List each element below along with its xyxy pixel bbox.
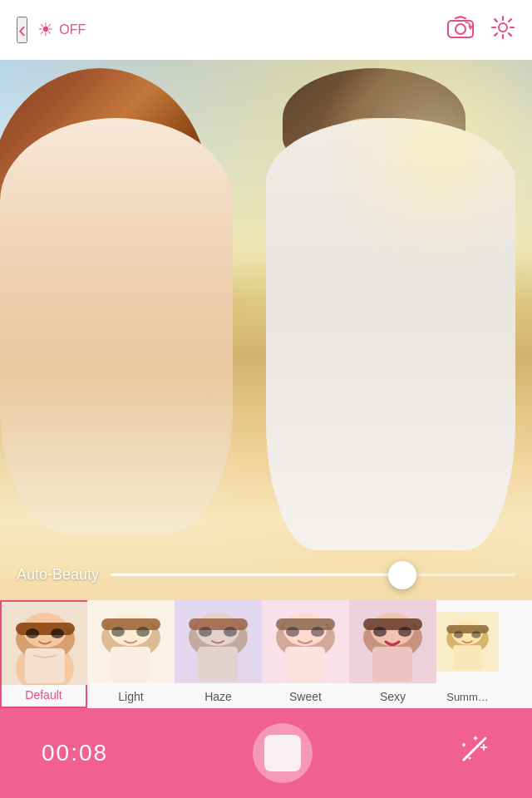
woman-body	[0, 118, 233, 534]
slider-label: Auto-Beauty	[17, 566, 99, 584]
man-figure	[258, 68, 532, 550]
couple-scene	[0, 60, 532, 600]
filter-item-summer[interactable]: Summ…	[436, 600, 499, 708]
filter-label-haze: Haze	[204, 690, 232, 703]
woman-figure	[0, 68, 266, 534]
record-icon	[264, 735, 301, 771]
svg-rect-28	[175, 600, 262, 683]
slider-thumb[interactable]	[388, 561, 416, 589]
filter-strip: Default Light	[0, 600, 532, 708]
timer-display: 00:08	[42, 740, 108, 766]
svg-point-2	[499, 23, 507, 32]
filter-label-light: Light	[118, 690, 143, 703]
filter-label-sweet: Sweet	[289, 690, 322, 703]
bottom-bar: 00:08	[0, 708, 532, 798]
beauty-sun-icon: ☀	[37, 19, 54, 41]
svg-rect-12	[25, 648, 65, 683]
flip-camera-button[interactable]	[447, 16, 474, 45]
filter-label-sexy: Sexy	[380, 690, 406, 703]
filter-item-sweet[interactable]: Sweet	[262, 600, 349, 708]
filter-face-sexy	[349, 600, 436, 683]
filter-face-summer	[436, 600, 499, 683]
filter-item-light[interactable]: Light	[87, 600, 175, 708]
filter-face-haze	[175, 600, 262, 683]
back-button[interactable]: ‹	[17, 17, 27, 43]
top-bar: ‹ ☀ OFF	[0, 0, 532, 60]
svg-point-1	[456, 24, 466, 34]
filter-face-default	[2, 602, 89, 685]
settings-button[interactable]	[490, 15, 515, 46]
svg-line-54	[480, 738, 485, 743]
filter-face-sweet	[262, 600, 349, 683]
svg-rect-9	[16, 623, 75, 635]
beauty-status-label: OFF	[59, 22, 86, 37]
man-body	[266, 118, 515, 550]
filter-item-sexy[interactable]: Sexy	[349, 600, 436, 708]
svg-line-53	[464, 743, 480, 760]
flip-camera-icon	[447, 16, 474, 39]
svg-point-59	[468, 757, 470, 760]
settings-gear-icon	[490, 15, 515, 40]
filter-item-haze[interactable]: Haze	[175, 600, 262, 708]
magic-wand-button[interactable]	[457, 733, 490, 773]
filter-item-default[interactable]: Default	[0, 600, 87, 708]
filter-label-default: Default	[25, 688, 62, 702]
beauty-slider[interactable]	[111, 574, 515, 576]
filter-label-summer: Summ…	[446, 691, 489, 703]
svg-point-60	[462, 743, 466, 746]
top-bar-left: ‹ ☀ OFF	[17, 17, 86, 43]
record-button[interactable]	[253, 723, 313, 783]
svg-rect-44	[349, 600, 436, 683]
camera-view: Auto-Beauty	[0, 60, 532, 600]
svg-point-11	[51, 628, 64, 638]
top-bar-right	[447, 15, 515, 46]
filter-face-light	[87, 600, 175, 683]
slider-fill	[111, 574, 402, 576]
svg-rect-36	[262, 600, 349, 683]
beauty-toggle[interactable]: ☀ OFF	[37, 19, 86, 41]
svg-point-10	[26, 628, 39, 638]
magic-wand-icon	[457, 733, 490, 766]
svg-rect-20	[87, 600, 175, 683]
slider-area: Auto-Beauty	[0, 566, 532, 584]
svg-rect-52	[436, 612, 499, 671]
back-icon: ‹	[18, 17, 26, 42]
